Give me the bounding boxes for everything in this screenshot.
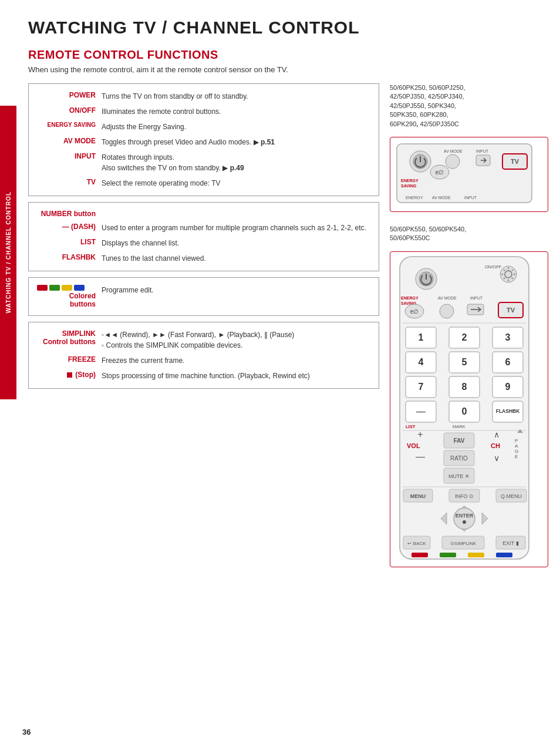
simplink-desc: ◦◄◄ (Rewind), ►► (Fast Forward), ► (Play… — [102, 329, 294, 351]
svg-text:⊙SIMPLINK: ⊙SIMPLINK — [450, 541, 477, 546]
left-column: POWER Turns the TV on from standby or of… — [28, 83, 379, 729]
svg-text:—: — — [416, 406, 426, 416]
avmode-row: AV MODE Toggles through preset Video and… — [37, 137, 370, 147]
svg-text:0: 0 — [462, 406, 467, 416]
svg-point-96 — [454, 508, 475, 529]
dash-row: — (DASH) Used to enter a program number … — [37, 223, 370, 233]
blue-button — [74, 285, 85, 291]
svg-rect-105 — [411, 553, 428, 557]
svg-text:CH: CH — [491, 442, 500, 449]
svg-text:e∅: e∅ — [410, 308, 419, 315]
number-header-row: NUMBER button — [37, 210, 370, 218]
input-desc: Rotates through inputs.Also switches the… — [102, 152, 244, 173]
remote-top-models: 50/60PK250, 50/60PJ250, 42/50PJ350, 42/5… — [390, 83, 548, 129]
power-desc: Turns the TV on from standby or off to s… — [102, 91, 248, 102]
svg-text:A: A — [515, 443, 518, 449]
list-label: LIST — [37, 238, 96, 248]
svg-text:AV MODE: AV MODE — [444, 149, 463, 153]
svg-text:5: 5 — [462, 357, 467, 367]
flashbk-label: FLASHBK — [37, 253, 96, 264]
input-label: INPUT — [37, 152, 96, 173]
svg-text:ON/OFF: ON/OFF — [485, 264, 502, 270]
onoff-row: ON/OFF Illuminates the remote control bu… — [37, 106, 370, 117]
onoff-label: ON/OFF — [37, 106, 96, 117]
svg-text:INPUT: INPUT — [470, 296, 483, 300]
svg-text:ENERGY: ENERGY — [401, 296, 419, 300]
svg-rect-107 — [468, 553, 484, 557]
list-desc: Displays the channel list. — [102, 238, 179, 248]
energy-row: ENERGY SAVING Adjusts the Energy Saving. — [37, 122, 370, 132]
svg-text:AV MODE: AV MODE — [432, 196, 451, 200]
energy-label: ENERGY SAVING — [37, 122, 96, 132]
dash-desc: Used to enter a program number for multi… — [102, 223, 366, 233]
svg-text:—: — — [416, 452, 425, 462]
svg-point-98 — [463, 520, 466, 524]
svg-text:INFO ⊙: INFO ⊙ — [455, 493, 474, 499]
svg-text:SAVING: SAVING — [401, 184, 417, 188]
simplink-label-main: SIMPLINK — [37, 329, 96, 338]
svg-text:4: 4 — [419, 357, 424, 367]
simplink-row: SIMPLINK Control buttons ◦◄◄ (Rewind), ►… — [37, 329, 370, 351]
number-functions-box: NUMBER button — (DASH) Used to enter a p… — [28, 202, 379, 271]
simplink-label-sub: Control buttons — [37, 338, 96, 346]
energy-desc: Adjusts the Energy Saving. — [102, 122, 186, 132]
remote-top-svg: ENERGY SAVING AV MODE INPUT — [394, 141, 535, 206]
stop-square-icon — [67, 372, 72, 378]
svg-text:VOL: VOL — [407, 442, 420, 449]
yellow-button — [62, 285, 72, 291]
colored-buttons-box: Colored buttons Programme edit. — [28, 277, 379, 316]
simplink-box: SIMPLINK Control buttons ◦◄◄ (Rewind), ►… — [28, 322, 379, 389]
svg-text:7: 7 — [419, 382, 424, 392]
green-button — [49, 285, 60, 291]
remote-top-wrapper: ENERGY SAVING AV MODE INPUT — [390, 137, 548, 212]
colored-label-container: Colored buttons — [37, 285, 96, 308]
svg-text:LIST: LIST — [406, 424, 416, 429]
right-column: 50/60PK250, 50/60PJ250, 42/50PJ350, 42/5… — [390, 83, 548, 729]
number-label: NUMBER button — [37, 210, 96, 218]
flashbk-row: FLASHBK Tunes to the last channel viewed… — [37, 253, 370, 264]
svg-text:MENU: MENU — [410, 493, 426, 499]
avmode-label: AV MODE — [37, 137, 96, 147]
svg-text:G: G — [515, 449, 518, 454]
two-col-layout: POWER Turns the TV on from standby or of… — [28, 83, 548, 729]
svg-text:MARK: MARK — [453, 424, 465, 429]
svg-text:INPUT: INPUT — [464, 196, 477, 200]
remote-bottom-models: 50/60PK550, 50/60PK540, 50/60PK550C — [390, 225, 548, 243]
svg-text:ENERGY: ENERGY — [401, 179, 419, 183]
tv-desc: Select the remote operating mode: TV — [102, 178, 221, 189]
main-functions-box: POWER Turns the TV on from standby or of… — [28, 83, 379, 196]
svg-text:TV: TV — [507, 307, 515, 314]
svg-text:E: E — [515, 454, 518, 459]
colored-desc: Programme edit. — [102, 285, 154, 295]
svg-text:AV MODE: AV MODE — [438, 296, 457, 300]
input-row: INPUT Rotates through inputs.Also switch… — [37, 152, 370, 173]
list-row: LIST Displays the channel list. — [37, 238, 370, 248]
svg-text:8: 8 — [462, 382, 467, 392]
freeze-desc: Freezes the current frame. — [102, 355, 184, 366]
intro-text: When using the remote control, aim it at… — [28, 65, 548, 74]
avmode-desc: Toggles through preset Video and Audio m… — [102, 137, 275, 147]
flashbk-desc: Tunes to the last channel viewed. — [102, 253, 206, 264]
svg-point-36 — [440, 304, 454, 318]
red-button — [37, 285, 48, 291]
svg-text:ENERGY: ENERGY — [406, 196, 423, 200]
svg-text:MUTE ✕: MUTE ✕ — [448, 473, 470, 479]
page-title: WATCHING TV / CHANNEL CONTROL — [28, 18, 548, 38]
stop-label: (Stop) — [37, 371, 96, 381]
power-row: POWER Turns the TV on from standby or of… — [37, 91, 370, 102]
svg-rect-108 — [496, 553, 512, 557]
freeze-label: FREEZE — [37, 355, 96, 366]
svg-text:2: 2 — [462, 332, 467, 342]
onoff-desc: Illuminates the remote control buttons. — [102, 106, 221, 117]
svg-text:P: P — [515, 438, 518, 443]
tv-row: TV Select the remote operating mode: TV — [37, 178, 370, 189]
svg-text:EXIT ▮: EXIT ▮ — [502, 540, 518, 546]
freeze-row: FREEZE Freezes the current frame. — [37, 355, 370, 366]
svg-text:ENTER: ENTER — [456, 513, 474, 519]
remote-bottom-svg: ON/OFF — [394, 255, 535, 561]
tv-label: TV — [37, 178, 96, 189]
stop-row: (Stop) Stops processing of time machine … — [37, 371, 370, 381]
colored-label-top: Colored — [37, 292, 96, 300]
colored-label-bottom: buttons — [37, 300, 96, 308]
page-container: WATCHING TV / CHANNEL CONTROL WATCHING T… — [0, 0, 560, 747]
